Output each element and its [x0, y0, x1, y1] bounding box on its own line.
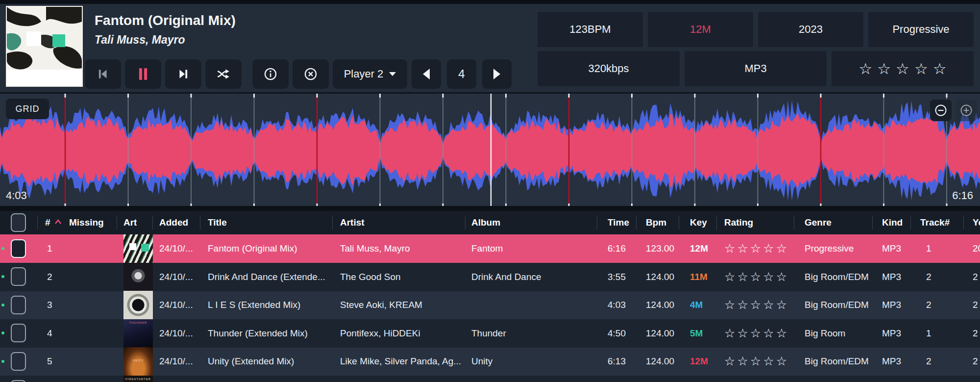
tag-rating-stars[interactable]: ☆☆☆☆☆	[832, 51, 974, 86]
cell-album: Unity	[471, 347, 594, 376]
table-row[interactable]: 1 24/10/... Fantom (Original Mix) Tali M…	[0, 234, 980, 263]
table-row[interactable]: FIRESTARTER ☆☆☆☆☆	[0, 376, 980, 382]
rating-stars[interactable]: ☆☆☆☆☆	[724, 234, 803, 263]
cell-genre: Big Room/EDM	[805, 347, 878, 376]
rating-stars[interactable]: ☆☆☆☆☆	[724, 319, 803, 348]
track-title: Fantom (Original Mix)	[95, 13, 236, 28]
top-strip	[0, 0, 980, 4]
cell-number: 3	[47, 291, 67, 319]
chevron-down-icon	[389, 72, 396, 76]
waveform-svg[interactable]	[0, 94, 980, 207]
player-select-dropdown[interactable]: Player 2	[333, 59, 407, 89]
column-header-art[interactable]: Art	[123, 211, 137, 234]
cell-year: 2	[973, 319, 980, 348]
cell-time: 6:16	[608, 234, 642, 263]
cell-genre: Big Room/EDM	[805, 263, 878, 291]
column-header-added[interactable]: Added	[159, 211, 203, 234]
tag-bpm[interactable]: 123BPM	[538, 12, 643, 47]
cell-added: 24/10/...	[159, 234, 203, 263]
album-art-thumbnail	[123, 263, 153, 291]
cell-track: 2	[926, 291, 956, 319]
cell-bpm: 124.00	[646, 291, 685, 319]
row-checkbox[interactable]	[11, 296, 26, 314]
cell-key: 11M	[690, 263, 719, 291]
status-dot	[1, 331, 4, 334]
cell-key: 5M	[690, 319, 719, 348]
next-track-button[interactable]	[165, 59, 201, 89]
cell-bpm: 124.00	[646, 263, 685, 291]
cancel-circle-icon	[304, 67, 318, 81]
cell-number: 5	[47, 347, 67, 376]
cell-year: 2	[973, 347, 980, 376]
eject-cancel-button[interactable]	[293, 59, 329, 89]
cell-year: 2	[973, 263, 980, 291]
tag-year[interactable]: 2023	[758, 12, 863, 47]
cell-artist: Like Mike, Silver Panda, Ag...	[340, 347, 467, 376]
cell-album: Thunder	[471, 319, 594, 348]
row-checkbox[interactable]	[11, 352, 26, 371]
column-header-album[interactable]: Album	[471, 211, 594, 234]
column-header-year[interactable]: Year	[973, 211, 980, 234]
tag-kind[interactable]: MP3	[685, 51, 827, 86]
cell-artist: The Good Son	[340, 263, 467, 291]
cell-added: 24/10/...	[159, 291, 203, 319]
tag-bitrate[interactable]: 320kbps	[538, 51, 680, 86]
row-checkbox[interactable]	[11, 239, 26, 258]
now-playing-header: Fantom (Original Mix) Tali Muss, Mayro	[0, 4, 980, 92]
row-checkbox[interactable]	[11, 267, 26, 286]
rating-stars[interactable]: ☆☆☆☆☆	[724, 291, 803, 319]
rating-stars[interactable]: ☆☆☆☆☆	[724, 263, 803, 291]
cell-title: L I E S (Extended Mix)	[208, 291, 336, 319]
column-header-rating[interactable]: Rating	[724, 211, 803, 234]
tag-key[interactable]: 12M	[648, 12, 753, 47]
cell-track: 2	[926, 263, 956, 291]
column-header-track[interactable]: Track#	[920, 211, 962, 234]
table-row[interactable]: 4 THUNDER 24/10/... Thunder (Extended Mi…	[0, 319, 980, 348]
tag-genre[interactable]: Progressive	[868, 12, 974, 47]
cell-title: Thunder (Extended Mix)	[208, 319, 336, 348]
rating-stars[interactable]: ☆☆☆☆☆	[724, 376, 803, 382]
cell-added: 24/10/...	[159, 319, 203, 348]
table-row[interactable]: 3 24/10/... L I E S (Extended Mix) Steve…	[0, 291, 980, 319]
table-row[interactable]: 2 24/10/... Drink And Dance (Extende... …	[0, 263, 980, 291]
column-header-artist[interactable]: Artist	[340, 211, 467, 234]
cell-genre: Big Room	[805, 319, 878, 348]
select-all-checkbox[interactable]	[11, 213, 26, 232]
column-header-time[interactable]: Time	[608, 211, 642, 234]
cell-added: 24/10/...	[159, 347, 203, 376]
previous-track-button[interactable]	[85, 59, 121, 89]
pause-button[interactable]	[125, 59, 161, 89]
cell-track: 2	[926, 347, 956, 376]
cell-artist: Pontifexx, HiDDEKi	[340, 319, 467, 348]
column-header-title[interactable]: Title	[208, 211, 336, 234]
cell-time: 4:50	[608, 319, 642, 348]
table-row[interactable]: 5 UNITY 24/10/... Unity (Extended Mix) L…	[0, 347, 980, 376]
column-header-missing[interactable]: Missing	[69, 211, 113, 234]
art-label: UNITY	[123, 359, 153, 362]
cell-time: 4:03	[608, 291, 642, 319]
zoom-out-button[interactable]	[930, 100, 952, 121]
rating-stars[interactable]: ☆☆☆☆☆	[724, 347, 803, 376]
cell-genre: Big Room/EDM	[805, 291, 878, 319]
column-header-bpm[interactable]: Bpm	[646, 211, 685, 234]
arrow-left-icon	[422, 69, 430, 79]
column-header-genre[interactable]: Genre	[805, 211, 878, 234]
album-art-thumbnail: FIRESTARTER	[123, 376, 153, 382]
waveform-panel[interactable]: GRID 4:03 6:16	[0, 92, 980, 206]
column-header-kind[interactable]: Kind	[882, 211, 916, 234]
cell-bpm: 124.00	[646, 347, 685, 376]
column-header-key[interactable]: Key	[690, 211, 719, 234]
cell-year: 2	[973, 291, 980, 319]
row-checkbox[interactable]	[11, 324, 26, 342]
row-checkbox[interactable]	[11, 380, 26, 382]
grid-button[interactable]: GRID	[6, 99, 49, 119]
cell-kind: MP3	[882, 234, 916, 263]
shuffle-button[interactable]	[205, 59, 242, 89]
info-button[interactable]	[252, 59, 289, 89]
page-next-button[interactable]	[482, 59, 512, 89]
track-artist: Tali Muss, Mayro	[95, 33, 185, 47]
page-previous-button[interactable]	[412, 59, 441, 89]
cell-album: Fantom	[471, 234, 594, 263]
skip-forward-icon	[177, 68, 190, 80]
zoom-in-button[interactable]	[956, 100, 977, 121]
